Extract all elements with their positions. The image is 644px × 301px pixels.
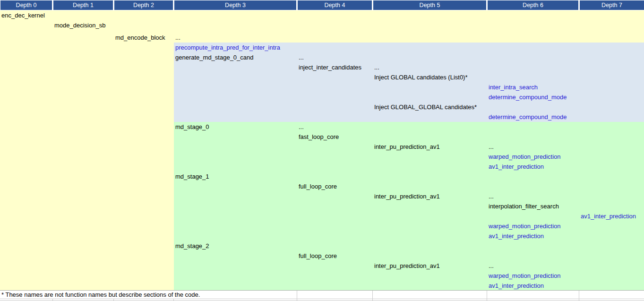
- tree-row: generate_md_stage_0_cand...: [0, 52, 644, 62]
- tree-row: Inject GLOBAL_GLOBAL candidates*: [0, 102, 644, 112]
- cell-ellipsis: ...: [489, 261, 494, 271]
- tree-row: warped_motion_prediction: [0, 221, 644, 231]
- cell-mode-decision-sb: mode_decision_sb: [54, 20, 105, 30]
- section-fill-green: [174, 201, 644, 211]
- tree-row: enc_dec_kernel: [0, 10, 644, 20]
- gridline-vertical: [579, 291, 579, 299]
- column-header-depth-2: Depth 2: [114, 0, 173, 10]
- section-fill-green: [174, 132, 644, 142]
- cell-md-stage-0: md_stage_0: [175, 122, 209, 132]
- cell-ellipsis: ...: [489, 142, 494, 152]
- section-fill-green: [174, 251, 644, 261]
- cell-md-encode-block: md_encode_block: [115, 33, 165, 43]
- section-fill-green: [174, 231, 644, 241]
- section-fill-blue: [174, 82, 644, 92]
- link-determine-compound-mode[interactable]: determine_compound_mode: [489, 112, 567, 122]
- section-fill-green: [174, 221, 644, 231]
- section-fill-green: [174, 162, 644, 172]
- tree-row: inter_intra_search: [0, 82, 644, 92]
- gridline-vertical: [372, 291, 373, 299]
- section-fill-green: [174, 152, 644, 162]
- cell-ellipsis: ...: [299, 52, 304, 62]
- section-fill-green: [174, 271, 644, 281]
- section-fill-green: [174, 241, 644, 251]
- tree-row: mode_decision_sb: [0, 20, 644, 30]
- column-header-depth-3: Depth 3: [174, 0, 296, 10]
- cell-full-loop-core: full_loop_core: [299, 181, 337, 191]
- section-fill-green: [174, 211, 644, 221]
- cell-inter-pu-prediction-av1: inter_pu_prediction_av1: [374, 142, 440, 152]
- gridline-vertical: [297, 291, 297, 299]
- tree-row: full_loop_core: [0, 181, 644, 191]
- cell-inject-global-candidates-list0: Inject GLOBAL candidates (List0)*: [374, 72, 468, 82]
- tree-row: md_stage_1: [0, 172, 644, 181]
- tree-row: md_encode_block...: [0, 30, 644, 43]
- cell-ellipsis: ...: [299, 122, 304, 132]
- footnote-text: * These names are not function names but…: [1, 291, 200, 299]
- cell-fast-loop-core: fast_loop_core: [299, 132, 339, 142]
- tree-row: interpolation_filter_search: [0, 201, 644, 211]
- link-determine-compound-mode[interactable]: determine_compound_mode: [489, 92, 567, 102]
- column-header-depth-1: Depth 1: [53, 0, 113, 10]
- section-fill-blue: [174, 112, 644, 122]
- tree-row: full_loop_core: [0, 251, 644, 261]
- cell-ellipsis: ...: [175, 33, 180, 43]
- tree-row: inter_pu_prediction_av1...: [0, 261, 644, 271]
- tree-row: determine_compound_mode: [0, 112, 644, 122]
- cell-full-loop-core: full_loop_core: [299, 251, 337, 261]
- column-header-depth-6: Depth 6: [488, 0, 578, 10]
- cell-inter-pu-prediction-av1: inter_pu_prediction_av1: [374, 191, 440, 201]
- cell-enc-dec-kernel: enc_dec_kernel: [1, 10, 45, 20]
- section-fill-green: [174, 172, 644, 181]
- section-fill-green: [174, 281, 644, 291]
- tree-row: av1_inter_prediction: [0, 211, 644, 221]
- tree-row: av1_inter_prediction: [0, 231, 644, 241]
- tree-row: inter_pu_prediction_av1...: [0, 142, 644, 152]
- link-av1-inter-prediction[interactable]: av1_inter_prediction: [489, 162, 544, 172]
- link-warped-motion-prediction[interactable]: warped_motion_prediction: [489, 152, 560, 162]
- cell-ellipsis: ...: [489, 191, 494, 201]
- link-precompute-intra-pred-for-inter-intra[interactable]: precompute_intra_pred_for_inter_intra: [175, 43, 280, 52]
- cell-generate-md-stage-0-cand: generate_md_stage_0_cand: [175, 52, 254, 62]
- tree-row: av1_inter_prediction: [0, 162, 644, 172]
- column-header-depth-5: Depth 5: [373, 0, 486, 10]
- tree-row: av1_inter_prediction: [0, 281, 644, 291]
- cell-inject-inter-candidates: inject_inter_candidates: [299, 62, 361, 72]
- link-av1-inter-prediction[interactable]: av1_inter_prediction: [489, 231, 544, 241]
- tree-row: inject_inter_candidates...: [0, 62, 644, 72]
- link-inter-intra-search[interactable]: inter_intra_search: [489, 82, 538, 92]
- tree-row: fast_loop_core: [0, 132, 644, 142]
- column-header-depth-7: Depth 7: [580, 0, 644, 10]
- cell-inject-global-global-candidates: Inject GLOBAL_GLOBAL candidates*: [374, 102, 477, 112]
- cell-interpolation-filter-search: interpolation_filter_search: [489, 201, 559, 211]
- tree-row: Inject GLOBAL candidates (List0)*: [0, 72, 644, 82]
- call-hierarchy-sheet: Depth 0Depth 1Depth 2Depth 3Depth 4Depth…: [0, 0, 644, 301]
- cell-ellipsis: ...: [374, 62, 379, 72]
- cell-md-stage-2: md_stage_2: [175, 241, 209, 251]
- section-fill-blue: [174, 92, 644, 102]
- column-header-depth-4: Depth 4: [298, 0, 372, 10]
- link-av1-inter-prediction[interactable]: av1_inter_prediction: [581, 211, 636, 221]
- link-av1-inter-prediction[interactable]: av1_inter_prediction: [489, 281, 544, 291]
- tree-row: md_stage_0...: [0, 122, 644, 132]
- footnote-row: * These names are not function names but…: [0, 290, 644, 299]
- section-fill-blue: [174, 62, 644, 72]
- tree-row: warped_motion_prediction: [0, 271, 644, 281]
- cell-md-stage-1: md_stage_1: [175, 172, 209, 181]
- link-warped-motion-prediction[interactable]: warped_motion_prediction: [489, 221, 560, 231]
- tree-row: determine_compound_mode: [0, 92, 644, 102]
- gridline-vertical: [487, 291, 487, 299]
- cell-inter-pu-prediction-av1: inter_pu_prediction_av1: [374, 261, 440, 271]
- tree-row: warped_motion_prediction: [0, 152, 644, 162]
- tree-row: inter_pu_prediction_av1...: [0, 191, 644, 201]
- column-header-depth-0: Depth 0: [0, 0, 52, 10]
- tree-row: precompute_intra_pred_for_inter_intra: [0, 43, 644, 52]
- section-fill-green: [174, 181, 644, 191]
- tree-row: md_stage_2: [0, 241, 644, 251]
- section-fill-green: [174, 122, 644, 132]
- link-warped-motion-prediction[interactable]: warped_motion_prediction: [489, 271, 560, 281]
